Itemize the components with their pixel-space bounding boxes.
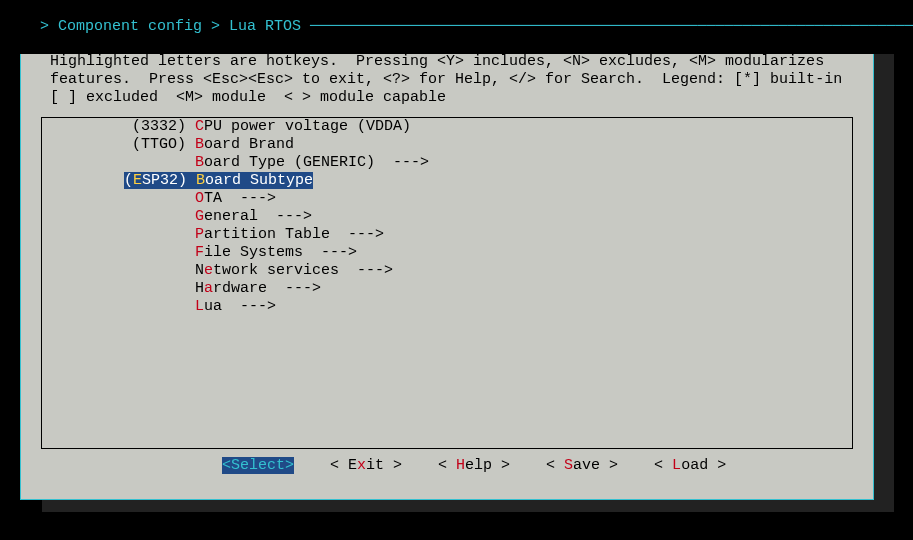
exit-button[interactable]: < Exit > <box>330 457 402 474</box>
button-row: <Select> < Exit > < Help > < Save > < Lo… <box>21 439 873 493</box>
help-line-3: features. Press <Esc><Esc> to exit, <?> … <box>41 71 842 88</box>
menu-item-general[interactable]: General ---> <box>42 208 852 226</box>
menu-item-partition-table[interactable]: Partition Table ---> <box>42 226 852 244</box>
menu-item-file-systems[interactable]: File Systems ---> <box>42 244 852 262</box>
help-button[interactable]: < Help > <box>438 457 510 474</box>
select-button[interactable]: <Select> <box>222 457 294 474</box>
menu-item-lua[interactable]: Lua ---> <box>42 298 852 316</box>
help-line-4: [ ] excluded <M> module < > module capab… <box>41 89 446 106</box>
menu-item-board-type[interactable]: Board Type (GENERIC) ---> <box>42 154 852 172</box>
help-line-2: Highlighted letters are hotkeys. Pressin… <box>41 53 824 70</box>
menu-item-board-subtype[interactable]: (ESP32) Board Subtype <box>42 172 852 190</box>
menu-list[interactable]: (3332) CPU power voltage (VDDA) (TTGO) B… <box>41 117 853 449</box>
breadcrumb-text: > Component config > Lua RTOS <box>40 18 310 35</box>
save-button[interactable]: < Save > <box>546 457 618 474</box>
dialog: Lua RTOS Arrow keys navigate the menu. <… <box>20 8 874 500</box>
load-button[interactable]: < Load > <box>654 457 726 474</box>
terminal-root: > Component config > Lua RTOS ──────────… <box>0 0 913 540</box>
menu-item-cpu-voltage[interactable]: (3332) CPU power voltage (VDDA) <box>42 118 852 136</box>
breadcrumb: > Component config > Lua RTOS ──────────… <box>0 0 913 54</box>
menu-item-network-services[interactable]: Network services ---> <box>42 262 852 280</box>
menu-item-hardware[interactable]: Hardware ---> <box>42 280 852 298</box>
menu-item-ota[interactable]: OTA ---> <box>42 190 852 208</box>
menu-item-board-brand[interactable]: (TTGO) Board Brand <box>42 136 852 154</box>
